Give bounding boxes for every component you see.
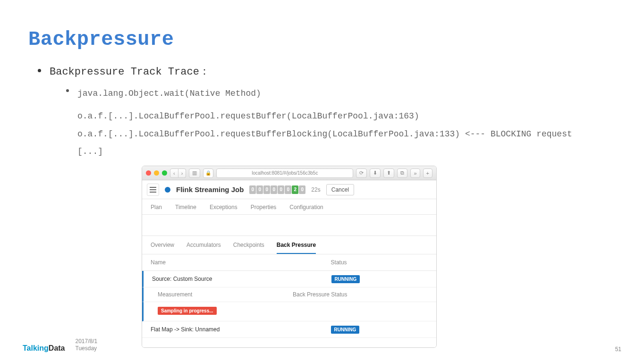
address-bar[interactable]: localhost:8081/#/jobs/156c3b5c: [216, 168, 353, 178]
new-tab-button[interactable]: +: [423, 168, 432, 178]
table-row[interactable]: Flat Map -> Sink: Unnamed RUNNING: [142, 321, 436, 338]
bullet-text: Backpressure Track Trace：: [50, 64, 210, 78]
brand-part2: Data: [49, 344, 65, 352]
tab-accumulators[interactable]: Accumulators: [186, 242, 221, 254]
browser-chrome: ‹ › ▥ 🔒 localhost:8081/#/jobs/156c3b5c ⟳…: [142, 166, 436, 180]
bullet-level2: java.lang.Object.wait(Native Method): [66, 85, 616, 103]
bullet-level1: Backpressure Track Trace：: [38, 64, 616, 78]
tab-timeline[interactable]: Timeline: [175, 204, 196, 210]
minimize-icon[interactable]: [154, 170, 159, 176]
back-button[interactable]: ‹: [170, 168, 178, 178]
tab-checkpoints[interactable]: Checkpoints: [233, 242, 264, 254]
th-name: Name: [151, 259, 331, 266]
bullet-dot: [38, 69, 41, 72]
row-name: Source: Custom Source: [152, 276, 331, 282]
status-indicator-icon: [165, 187, 170, 193]
trace-line-1: java.lang.Object.wait(Native Method): [77, 85, 261, 103]
nav-back-forward: ‹ ›: [170, 168, 186, 178]
counter: 2: [292, 185, 298, 194]
tab-exceptions[interactable]: Exceptions: [210, 204, 237, 210]
maximize-icon[interactable]: [162, 170, 167, 176]
reload-button[interactable]: ⟳: [356, 168, 367, 178]
tab-properties[interactable]: Properties: [251, 204, 277, 210]
counter: 0: [256, 185, 263, 194]
tabs-button[interactable]: ⧉: [397, 168, 407, 178]
table-row[interactable]: Source: Custom Source RUNNING: [142, 271, 436, 287]
counter: 0: [263, 185, 270, 194]
sub-col-measure: Measurement: [158, 291, 293, 298]
job-title: Flink Streaming Job: [176, 185, 244, 194]
sidebar-button[interactable]: ▥: [189, 168, 200, 178]
trace-line-4: [...]: [77, 143, 616, 161]
tab-configuration[interactable]: Configuration: [289, 204, 323, 210]
sub-col-bp: Back Pressure Status: [293, 291, 428, 298]
trace-line-3: o.a.f.[...].LocalBufferPool.requestBuffe…: [77, 126, 616, 143]
trace-line-2: o.a.f.[...].LocalBufferPool.requestBuffe…: [77, 108, 616, 126]
counter: 0: [249, 185, 256, 194]
app-header: Flink Streaming Job 0 0 0 0 0 0 2 0 22s …: [142, 180, 436, 199]
counter: 0: [271, 185, 277, 194]
th-status: Status: [331, 259, 428, 266]
row-name: Flat Map -> Sink: Unnamed: [151, 326, 331, 333]
status-badge: RUNNING: [331, 326, 360, 334]
more-button[interactable]: »: [410, 168, 420, 178]
tab-plan[interactable]: Plan: [151, 204, 162, 210]
footer-date: 2017/8/1 Tuesday: [76, 338, 98, 353]
forward-button[interactable]: ›: [178, 168, 186, 178]
sampling-row: Sampling in progress...: [142, 302, 436, 321]
table-header: Name Status: [142, 254, 436, 271]
sub-header-row: Measurement Back Pressure Status: [142, 287, 436, 302]
page-title: Backpressure: [28, 28, 616, 51]
menu-icon[interactable]: [147, 184, 159, 196]
task-counters: 0 0 0 0 0 0 2 0: [249, 185, 305, 194]
tab-back-pressure[interactable]: Back Pressure: [277, 242, 316, 254]
brand-logo: TalkingData: [23, 344, 65, 353]
main-tabs: Plan Timeline Exceptions Properties Conf…: [142, 199, 436, 215]
counter: 0: [285, 185, 291, 194]
cancel-button[interactable]: Cancel: [326, 184, 354, 195]
sampling-badge: Sampling in progress...: [158, 307, 217, 315]
footer-date-line2: Tuesday: [76, 345, 98, 353]
blank-content: [142, 215, 436, 236]
sub-tabs: Overview Accumulators Checkpoints Back P…: [142, 236, 436, 254]
browser-window: ‹ › ▥ 🔒 localhost:8081/#/jobs/156c3b5c ⟳…: [142, 166, 437, 348]
lock-icon: 🔒: [203, 168, 213, 178]
status-badge: RUNNING: [331, 275, 360, 283]
counter: 0: [278, 185, 284, 194]
page-number: 51: [615, 346, 621, 353]
close-icon[interactable]: [146, 170, 151, 176]
brand-part1: Talking: [23, 344, 49, 352]
download-button[interactable]: ⬇: [370, 168, 381, 178]
slide-footer: TalkingData 2017/8/1 Tuesday 51: [23, 338, 621, 353]
job-duration: 22s: [311, 186, 320, 193]
bullet-dot-small: [66, 89, 69, 92]
tab-overview[interactable]: Overview: [151, 242, 174, 254]
footer-date-line1: 2017/8/1: [76, 338, 98, 345]
share-button[interactable]: ⬆: [383, 168, 394, 178]
counter: 0: [299, 185, 305, 194]
